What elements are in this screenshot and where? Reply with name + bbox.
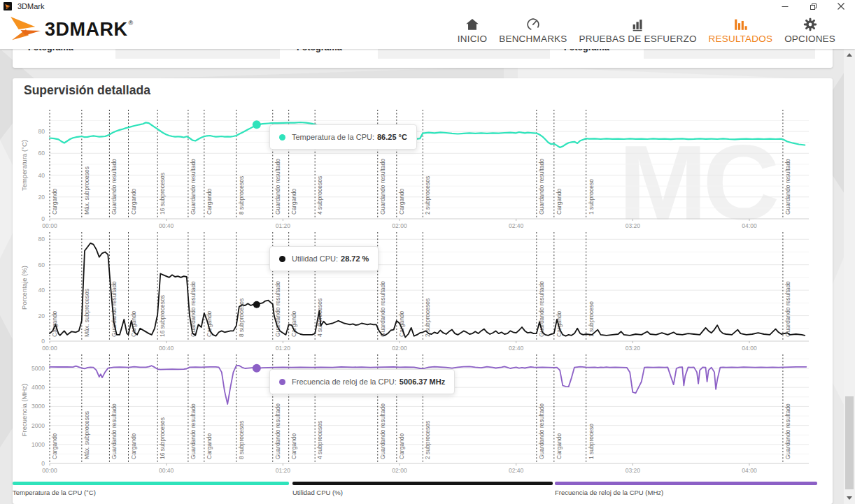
event-label: Guardando resultado (111, 281, 118, 337)
page-title: Supervisión detallada (24, 83, 150, 98)
tooltip-label: Frecuencia de reloj de la CPU: (292, 377, 397, 386)
app-header: 3DMARK ® INICIO BENCHMARKS (0, 13, 855, 49)
minimize-icon (782, 3, 789, 10)
event-label: Cargando (51, 188, 58, 215)
scroll-down-icon[interactable] (847, 496, 852, 500)
event-label: 2 subprocesos (424, 176, 431, 215)
y-tick-label: 0 (41, 215, 45, 222)
tooltip-value: 5006.37 MHz (400, 377, 445, 386)
event-label: 1 subproceso (588, 424, 595, 459)
utilization-chart[interactable]: 02040608000:0000:4001:2002:0002:4003:200… (13, 231, 833, 353)
event-label: 2 subprocesos (424, 421, 431, 459)
y-tick-label: 40 (38, 172, 45, 179)
logo-text: 3DMARK (45, 19, 128, 41)
legend-color-bar (555, 482, 817, 485)
event-label: Cargando (51, 433, 58, 459)
event-label: Guardando resultado (274, 281, 281, 337)
x-tick-label: 04:00 (742, 345, 757, 352)
nav-item-opciones[interactable]: OPCIONES (783, 17, 837, 44)
event-label: Guardando resultado (379, 159, 386, 215)
scrollbar-thumb[interactable] (845, 396, 854, 489)
tooltip-value: 28.72 % (341, 254, 369, 263)
event-label: Guardando resultado (190, 159, 197, 215)
y-axis-label: Porcentaje (%) (20, 266, 28, 310)
event-label: Guardando resultado (111, 159, 118, 215)
tooltip-label: Utilidad CPU: (292, 254, 338, 263)
event-label: Guardando resultado (379, 403, 386, 459)
close-button[interactable] (827, 0, 855, 13)
event-label: 4 subprocesos (316, 176, 323, 215)
legend-label: Utilidad CPU (%) (292, 489, 553, 496)
utilization-tooltip: Utilidad CPU: 28.72 % (269, 246, 379, 271)
close-icon (838, 3, 845, 10)
y-tick-label: 1000 (31, 441, 45, 448)
series-dot-icon (279, 134, 285, 141)
nav-item-pruebas-de-esfuerzo[interactable]: PRUEBAS DE ESFUERZO (578, 17, 698, 44)
x-tick-label: 01:20 (276, 222, 291, 229)
x-tick-label: 00:00 (42, 222, 57, 229)
event-label: Guardando resultado (784, 281, 791, 337)
event-label: 8 subprocesos (238, 421, 245, 459)
x-tick-label: 03:20 (626, 467, 641, 474)
x-tick-label: 04:00 (742, 222, 757, 229)
event-label: 16 subprocesos (159, 295, 166, 337)
main-nav: INICIO BENCHMARKS PRUEBA (456, 17, 837, 44)
fotograma-field[interactable] (115, 48, 280, 59)
y-tick-label: 3000 (31, 403, 45, 410)
event-label: Cargando (290, 188, 297, 215)
bar-chart-icon (733, 17, 748, 32)
y-tick-label: 80 (38, 236, 45, 243)
event-label: Cargando (206, 188, 213, 215)
y-axis-label: Frecuencia (MHz) (20, 384, 28, 437)
legend-color-bar (292, 482, 553, 485)
event-label: Cargando (398, 188, 405, 215)
x-tick-label: 02:00 (392, 222, 407, 229)
event-label: 8 subprocesos (238, 298, 245, 337)
event-label: Cargando (290, 310, 297, 337)
x-tick-label: 00:00 (42, 467, 57, 474)
x-tick-label: 01:20 (276, 345, 291, 352)
registered-mark: ® (129, 20, 134, 27)
scroll-up-icon[interactable] (847, 53, 852, 57)
nav-item-benchmarks[interactable]: BENCHMARKS (497, 17, 568, 44)
y-tick-label: 0 (41, 460, 45, 467)
event-label: Cargando (130, 433, 137, 459)
y-tick-label: 80 (38, 128, 45, 135)
fotograma-field[interactable] (378, 48, 550, 59)
legend-item-frequency[interactable]: Frecuencia de reloj de la CPU (MHz) (555, 482, 817, 496)
nav-item-inicio[interactable]: INICIO (456, 17, 488, 44)
event-label: Máx. subprocesos (83, 166, 90, 215)
bg-polygon (518, 66, 812, 79)
event-label: Guardando resultado (538, 403, 545, 459)
vertical-scrollbar[interactable] (844, 49, 855, 504)
x-tick-label: 02:40 (509, 345, 524, 352)
y-tick-label: 20 (38, 312, 45, 319)
event-label: Guardando resultado (538, 159, 545, 215)
fotograma-field[interactable] (644, 48, 815, 59)
legend-item-temperature[interactable]: Temperatura de la CPU (°C) (13, 482, 289, 496)
event-label: Guardando resultado (190, 281, 197, 337)
series-dot-icon (279, 256, 285, 262)
event-label: Cargando (206, 433, 213, 459)
temperature-chart[interactable]: 02040608000:0000:4001:2002:0002:4003:200… (13, 108, 833, 231)
bg-polygon (140, 66, 504, 79)
event-label: Cargando (290, 433, 297, 459)
gear-icon (803, 17, 818, 32)
restore-button[interactable] (799, 0, 827, 13)
event-label: Cargando (130, 188, 137, 215)
bar-chart-icon (630, 17, 646, 32)
event-label: Cargando (51, 310, 58, 337)
x-tick-label: 00:40 (159, 345, 174, 352)
event-label: Cargando (398, 433, 405, 459)
event-label: Cargando (556, 433, 563, 459)
y-tick-label: 5000 (31, 365, 45, 372)
x-tick-label: 03:20 (626, 222, 641, 229)
x-tick-label: 00:40 (159, 467, 174, 474)
nav-item-resultados[interactable]: RESULTADOS (707, 17, 775, 44)
y-tick-label: 60 (38, 150, 45, 157)
legend-label: Temperatura de la CPU (°C) (13, 489, 289, 496)
minimize-button[interactable] (771, 0, 799, 13)
legend-item-utilization[interactable]: Utilidad CPU (%) (292, 482, 553, 496)
x-tick-label: 04:00 (742, 467, 757, 474)
cpu-utilization-marker (253, 301, 260, 308)
